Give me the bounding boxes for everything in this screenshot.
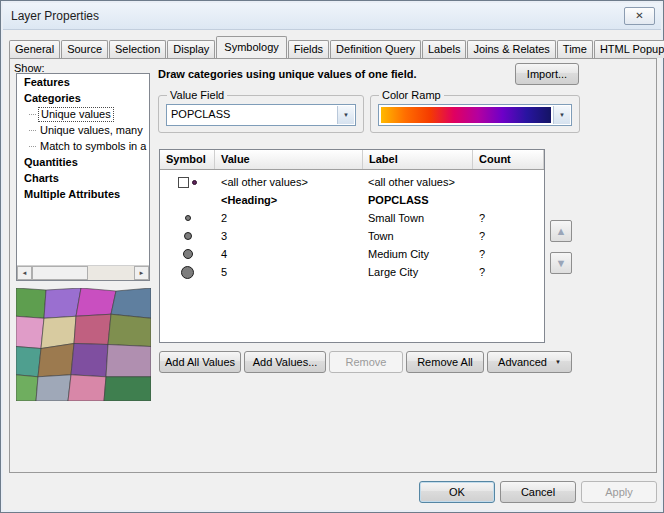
- symbol-dot-icon: [185, 215, 191, 221]
- symbol-dot-icon: [184, 232, 192, 240]
- ok-button[interactable]: OK: [419, 481, 495, 503]
- col-header-count[interactable]: Count: [473, 150, 544, 169]
- symbol-cell: [160, 266, 215, 279]
- tab-selection[interactable]: Selection: [109, 40, 166, 58]
- up-arrow-icon: ▲: [556, 225, 567, 237]
- cancel-button[interactable]: Cancel: [500, 481, 576, 503]
- color-ramp-swatch: [381, 107, 551, 123]
- count-cell: ?: [473, 248, 544, 260]
- close-icon: ✕: [635, 10, 643, 21]
- value-cell: 5: [215, 266, 363, 278]
- table-row[interactable]: 4 Medium City ?: [160, 245, 544, 263]
- tab-definition-query[interactable]: Definition Query: [330, 40, 421, 58]
- titlebar[interactable]: Layer Properties ✕: [3, 3, 661, 30]
- table-row[interactable]: <all other values> <all other values>: [160, 173, 544, 191]
- apply-button[interactable]: Apply: [581, 481, 657, 503]
- tree-item-quantities[interactable]: Quantities: [17, 154, 149, 170]
- value-field-value: POPCLASS: [171, 108, 230, 120]
- move-down-button[interactable]: ▼: [550, 252, 572, 274]
- value-field-combobox[interactable]: POPCLASS ▼: [166, 104, 356, 126]
- tab-source[interactable]: Source: [61, 40, 108, 58]
- table-row[interactable]: 3 Town ?: [160, 227, 544, 245]
- all-other-values-checkbox[interactable]: [178, 177, 189, 188]
- tab-time[interactable]: Time: [557, 40, 593, 58]
- tab-general[interactable]: General: [9, 40, 60, 58]
- symbol-cell: [160, 232, 215, 240]
- tree-item-features[interactable]: Features: [17, 74, 149, 90]
- symbol-dot-icon: [181, 266, 194, 279]
- tab-joins-relates[interactable]: Joins & Relates: [467, 40, 555, 58]
- tab-html-popup[interactable]: HTML Popup: [594, 40, 664, 58]
- tree-item-unique-values[interactable]: Unique values: [17, 106, 149, 122]
- move-up-button[interactable]: ▲: [550, 220, 572, 242]
- symbol-cell: [160, 177, 215, 188]
- table-body: <all other values> <all other values> <H…: [160, 173, 544, 281]
- label-cell: Small Town: [363, 212, 473, 224]
- tab-fields[interactable]: Fields: [288, 40, 329, 58]
- tree-item-multiple-attributes[interactable]: Multiple Attributes: [17, 186, 149, 202]
- symbol-dot-icon: [192, 180, 197, 185]
- col-header-symbol[interactable]: Symbol: [160, 150, 215, 169]
- value-cell: 4: [215, 248, 363, 260]
- tree-item-match-to-symbols[interactable]: Match to symbols in a: [17, 138, 149, 154]
- value-cell: <Heading>: [215, 194, 363, 206]
- import-button[interactable]: Import...: [515, 63, 579, 85]
- scroll-thumb[interactable]: [32, 266, 88, 280]
- show-tree: Features Categories Unique values Unique…: [16, 73, 150, 281]
- table-row[interactable]: <Heading> POPCLASS: [160, 191, 544, 209]
- symbol-cell: [160, 249, 215, 259]
- label-cell: <all other values>: [363, 176, 473, 188]
- scroll-right-icon[interactable]: ►: [134, 266, 149, 280]
- color-ramp-dropdown-icon[interactable]: ▼: [553, 106, 570, 124]
- tab-symbology[interactable]: Symbology: [216, 36, 286, 58]
- col-header-label[interactable]: Label: [363, 150, 473, 169]
- map-preview: [16, 288, 151, 401]
- label-cell: Town: [363, 230, 473, 242]
- symbology-page: Show: Features Categories Unique values …: [9, 58, 657, 473]
- label-cell: POPCLASS: [363, 194, 473, 206]
- tab-labels[interactable]: Labels: [422, 40, 466, 58]
- table-row[interactable]: 2 Small Town ?: [160, 209, 544, 227]
- color-ramp-group: Color Ramp ▼: [370, 95, 580, 133]
- value-field-label: Value Field: [167, 89, 227, 101]
- advanced-dropdown-icon: ▼: [555, 359, 561, 365]
- color-ramp-label: Color Ramp: [379, 89, 444, 101]
- advanced-button[interactable]: Advanced ▼: [487, 351, 572, 373]
- add-all-values-button[interactable]: Add All Values: [159, 351, 241, 373]
- symbol-dot-icon: [183, 249, 193, 259]
- close-button[interactable]: ✕: [624, 7, 655, 25]
- count-cell: ?: [473, 212, 544, 224]
- count-cell: ?: [473, 266, 544, 278]
- add-values-button[interactable]: Add Values...: [244, 351, 326, 373]
- remove-all-button[interactable]: Remove All: [406, 351, 484, 373]
- scroll-left-icon[interactable]: ◄: [17, 266, 32, 280]
- color-ramp-combobox[interactable]: ▼: [378, 104, 572, 126]
- value-cell: <all other values>: [215, 176, 363, 188]
- value-cell: 2: [215, 212, 363, 224]
- tab-display[interactable]: Display: [167, 40, 215, 58]
- table-row[interactable]: 5 Large City ?: [160, 263, 544, 281]
- tree-hscrollbar[interactable]: ◄ ►: [17, 265, 149, 280]
- tree-item-categories[interactable]: Categories: [17, 90, 149, 106]
- label-cell: Medium City: [363, 248, 473, 260]
- advanced-button-label: Advanced: [498, 356, 547, 368]
- table-header: Symbol Value Label Count: [160, 150, 544, 170]
- window-title: Layer Properties: [11, 9, 99, 23]
- tree-item-unique-values-many[interactable]: Unique values, many: [17, 122, 149, 138]
- value-cell: 3: [215, 230, 363, 242]
- values-table: Symbol Value Label Count <all other valu…: [159, 149, 545, 343]
- tree-item-charts[interactable]: Charts: [17, 170, 149, 186]
- value-field-dropdown-icon[interactable]: ▼: [337, 106, 354, 124]
- label-cell: Large City: [363, 266, 473, 278]
- col-header-value[interactable]: Value: [215, 150, 363, 169]
- instruction-text: Draw categories using unique values of o…: [158, 68, 417, 80]
- layer-properties-dialog: Layer Properties ✕ General Source Select…: [0, 0, 664, 513]
- remove-button[interactable]: Remove: [329, 351, 403, 373]
- count-cell: ?: [473, 230, 544, 242]
- down-arrow-icon: ▼: [556, 257, 567, 269]
- tab-bar: General Source Selection Display Symbolo…: [9, 37, 657, 58]
- symbol-cell: [160, 215, 215, 221]
- value-field-group: Value Field POPCLASS ▼: [158, 95, 364, 133]
